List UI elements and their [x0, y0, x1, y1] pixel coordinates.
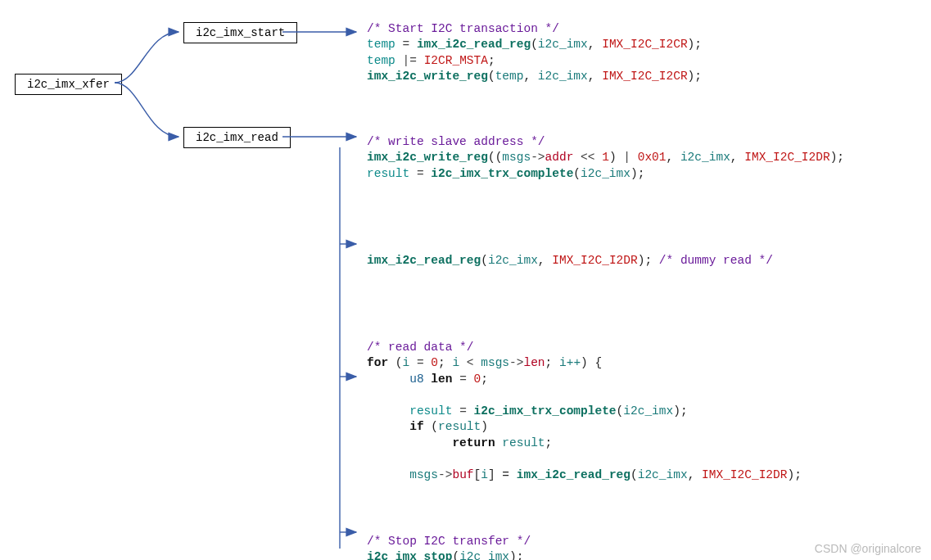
- var: temp: [367, 38, 395, 51]
- code-block-stop: /* Stop I2C transfer */ i2c_imx_stop(i2c…: [367, 517, 531, 560]
- func: imx_i2c_read_reg: [417, 38, 531, 51]
- code-block-read-data: /* read data */ for (i = 0; i < msgs->le…: [367, 323, 802, 484]
- code-block-write-addr: /* write slave address */ imx_i2c_write_…: [367, 118, 844, 182]
- comment: /* Start I2C transaction */: [367, 22, 559, 35]
- watermark: CSDN @originalcore: [815, 542, 921, 555]
- code-block-dummy-read: imx_i2c_read_reg(i2c_imx, IMX_I2C_I2DR);…: [367, 237, 773, 269]
- code-block-start: /* Start I2C transaction */ temp = imx_i…: [367, 5, 702, 85]
